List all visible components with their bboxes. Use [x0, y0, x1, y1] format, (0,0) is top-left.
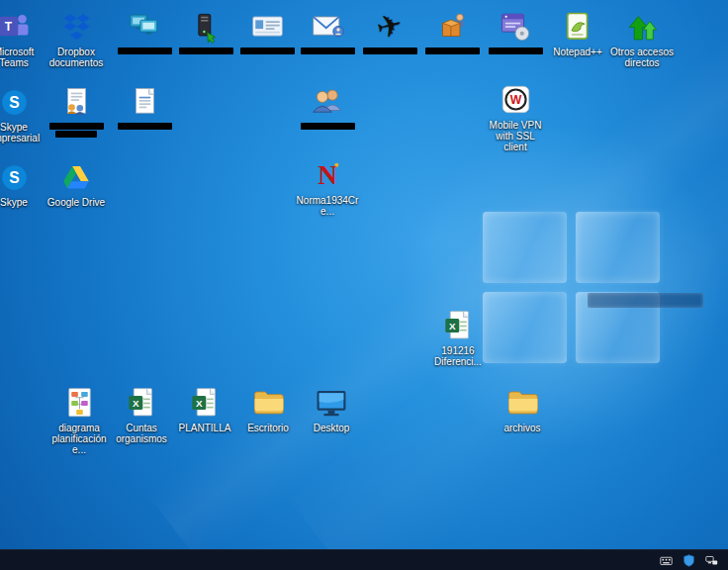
icon-label — [301, 47, 355, 54]
icon-label — [425, 47, 480, 54]
icon-label: Skype empresarial — [0, 122, 46, 143]
mail-icon — [296, 6, 359, 44]
desktop-icon-microsoft-teams[interactable]: TMicrosoft Teams — [0, 6, 46, 68]
desktop-icon-norma1934[interactable]: NNorma1934Cre... — [296, 154, 359, 217]
display-icon — [300, 382, 363, 420]
people-icon — [296, 81, 359, 119]
redacted-label-bar — [301, 48, 355, 54]
redacted-label-bar — [425, 48, 480, 54]
gdrive-icon — [45, 156, 108, 194]
icon-label — [489, 47, 543, 54]
desktop-background[interactable]: TMicrosoft TeamsDropbox documentos✈Notep… — [0, 0, 728, 570]
desktop-icon-escritorio[interactable]: Escritorio — [236, 382, 300, 433]
desktop-icon-redacted-doc[interactable] — [113, 81, 176, 130]
svg-text:S: S — [9, 94, 19, 111]
icon-label: PLANTILLA — [179, 423, 231, 433]
svg-text:X: X — [133, 398, 139, 409]
desktop-icon-desktop-shortcut[interactable]: Desktop — [300, 382, 363, 433]
svg-text:T: T — [5, 20, 13, 34]
desktop-icon-redacted-contacts[interactable] — [296, 81, 359, 130]
taskbar[interactable] — [0, 549, 728, 570]
desktop-icon-redacted-installer[interactable] — [484, 6, 547, 54]
icon-label: Skype — [0, 197, 28, 208]
desktop-icon-archivos[interactable]: archivos — [491, 382, 554, 433]
excel-file-icon: X — [110, 382, 173, 420]
icon-label: Escritorio — [247, 423, 289, 433]
icon-label — [118, 122, 172, 130]
desktop-icon-otros-accesos-directos[interactable]: Otros accesos directos — [610, 6, 674, 68]
windows-logo-watermark — [483, 212, 661, 363]
icon-label: Google Drive — [47, 197, 105, 208]
icon-label — [118, 47, 172, 54]
windows-logo-pane — [483, 292, 567, 363]
desktop-icon-redacted-mail[interactable] — [296, 6, 359, 54]
diagram-icon — [47, 382, 111, 420]
skype-icon: S — [0, 81, 46, 119]
plane-icon: ✈ — [358, 6, 421, 44]
redacted-label-bar — [489, 48, 543, 54]
monitors-icon — [113, 6, 176, 44]
icon-label — [301, 122, 355, 130]
server-icon — [174, 6, 237, 44]
icon-label — [363, 47, 417, 54]
icon-label: Otros accesos directos — [610, 47, 674, 68]
watchguard-icon: W — [484, 79, 547, 117]
svg-text:X: X — [196, 398, 203, 409]
skype-icon: S — [0, 156, 46, 194]
desktop-icon-redacted-card[interactable] — [235, 6, 299, 54]
svg-text:X: X — [449, 321, 456, 332]
keyboard-icon[interactable] — [659, 553, 673, 567]
desktop-icon-redacted-package[interactable] — [420, 6, 484, 54]
icon-label: Microsoft Teams — [0, 47, 46, 68]
svg-text:W: W — [509, 93, 521, 107]
excel-file-icon: X — [426, 305, 490, 342]
network-icon[interactable] — [704, 553, 718, 567]
doc-icon — [113, 81, 176, 119]
desktop-icon-google-drive[interactable]: Google Drive — [45, 156, 108, 208]
system-tray — [659, 553, 728, 567]
windows-logo-pane — [576, 212, 660, 283]
icon-label: Notepad++ — [553, 47, 602, 57]
desktop-icon-plantilla[interactable]: XPLANTILLA — [173, 382, 236, 433]
notepadpp-icon — [546, 6, 609, 44]
folder-icon — [236, 382, 300, 420]
redacted-label-bar — [55, 131, 97, 138]
desktop-icon-cuntas-organismos[interactable]: XCuntas organismos — [110, 382, 173, 444]
desktop-icon-dropbox-documentos[interactable]: Dropbox documentos — [45, 6, 108, 68]
icon-label: 191216 Diferenci... — [426, 345, 490, 367]
icon-label: Mobile VPN with SSL client — [484, 120, 547, 152]
icon-label — [240, 47, 295, 54]
icon-label: archivos — [503, 423, 540, 433]
idcard-icon — [235, 6, 299, 44]
icon-label — [49, 122, 104, 138]
redacted-label-bar — [301, 123, 355, 130]
desktop-icon-notepad-plus-plus[interactable]: Notepad++ — [546, 6, 609, 57]
desktop-icon-redacted-plane[interactable]: ✈ — [358, 6, 421, 54]
redacted-label-bar — [118, 48, 172, 54]
letter-n-icon: N — [296, 154, 359, 192]
desktop-icon-skype[interactable]: SSkype — [0, 156, 46, 208]
desktop-icon-redacted-doc-people[interactable] — [45, 81, 108, 138]
svg-text:S: S — [9, 169, 19, 186]
folder-icon — [491, 382, 554, 420]
desktop-icon-skype-empresarial[interactable]: SSkype empresarial — [0, 81, 46, 143]
desktop-icon-redacted-remote-desktop[interactable] — [113, 6, 176, 54]
svg-text:N: N — [318, 160, 337, 190]
icon-label: Norma1934Cre... — [294, 195, 361, 217]
package-icon — [420, 6, 484, 44]
shield-icon[interactable] — [682, 553, 695, 567]
dropbox-icon — [45, 6, 108, 44]
desktop-icon-diagrama-planificacion[interactable]: diagrama planificación e... — [47, 382, 111, 455]
desktop-icon-mobile-vpn-ssl-client[interactable]: WMobile VPN with SSL client — [484, 79, 547, 152]
icon-label: Desktop — [314, 423, 350, 433]
wallpaper-overlay-bar — [588, 293, 703, 308]
teams-icon: T — [0, 6, 46, 44]
doc-people-icon — [45, 81, 108, 119]
excel-file-icon: X — [173, 382, 236, 420]
icon-label: Dropbox documentos — [45, 47, 108, 68]
redacted-label-bar — [49, 123, 104, 130]
redacted-label-bar — [363, 48, 417, 54]
desktop-icon-excel-191216-diferenci[interactable]: X191216 Diferenci... — [426, 305, 490, 367]
desktop-icon-redacted-server[interactable] — [174, 6, 237, 54]
windows-logo-pane — [483, 212, 567, 283]
